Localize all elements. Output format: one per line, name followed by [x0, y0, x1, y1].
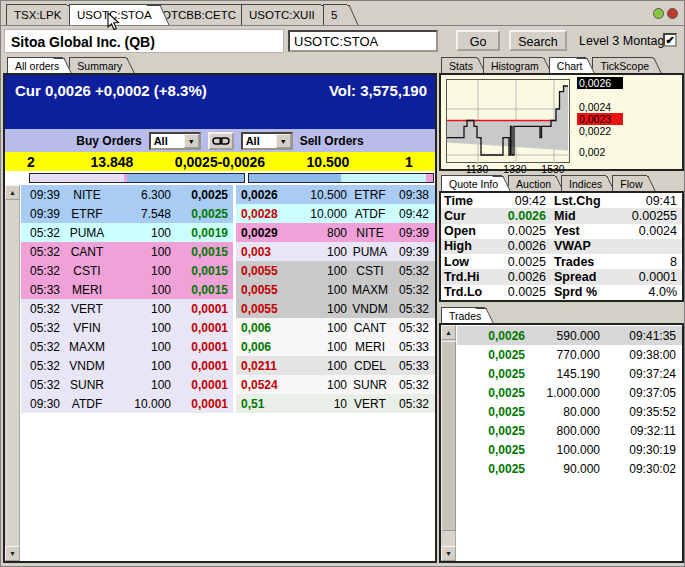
- chart-plot-area: [446, 79, 570, 163]
- ask-size: 10.500: [273, 154, 383, 170]
- order-book: ▲ ▼ 09:39NITE6.3000,0025 0,002610.500ETR…: [5, 185, 435, 561]
- montage-tabs: All orders Summary: [7, 57, 126, 73]
- trades-list: 0,0026590.00009:41:35 0,0025770.00009:38…: [457, 326, 682, 478]
- y-tick: 0,0023: [577, 113, 623, 125]
- trade-row[interactable]: 0,0025100.00009:30:19: [457, 440, 682, 459]
- workspace-tab-tsx-lpk[interactable]: TSX:LPK: [6, 4, 67, 25]
- trades-panel: ▲ ▼ 0,0026590.00009:41:35 0,0025770.0000…: [439, 323, 684, 563]
- tab-histogram[interactable]: Histogram: [483, 57, 543, 73]
- sell-orders-label: Sell Orders: [300, 134, 364, 148]
- ask-count: 1: [383, 154, 435, 170]
- intraday-chart: 0,0026 0,0024 0,0023 0,0022 0,002 1130 1…: [439, 73, 684, 171]
- chart-y-axis: 0,0026 0,0024 0,0023 0,0022 0,002: [574, 75, 626, 173]
- company-name: Sitoa Global Inc. (QB): [4, 29, 284, 53]
- y-tick: 0,002: [577, 146, 608, 158]
- book-row[interactable]: 05:32SUNR1000,0001 0,0524100SUNR05:32: [21, 375, 435, 394]
- tab-all-orders[interactable]: All orders: [7, 57, 63, 73]
- book-row[interactable]: 05:32PUMA1000,0019 0,0029800NITE09:39: [21, 223, 435, 242]
- scroll-up-icon[interactable]: ▲: [441, 325, 456, 340]
- tab-summary[interactable]: Summary: [69, 57, 126, 73]
- bbo-row: 2 13.848 0,0025-0,0026 10.500 1: [5, 152, 435, 171]
- symbol-input[interactable]: USOTC:STOA: [288, 30, 438, 52]
- book-rows: 09:39NITE6.3000,0025 0,002610.500ETRF09:…: [21, 185, 435, 413]
- search-button[interactable]: Search: [509, 30, 567, 51]
- book-row[interactable]: 09:39ETRF7.5480,0025 0,002810.000ATDF09:…: [21, 204, 435, 223]
- tab-stats[interactable]: Stats: [441, 57, 477, 73]
- depth-segment: [249, 174, 341, 182]
- depth-segment: [127, 174, 244, 182]
- quote-row: Low0.0025Trades8: [441, 254, 682, 269]
- quote-row: Trd.Lo0.0025Sprd %4.0%: [441, 285, 682, 300]
- depth-bars-row: [5, 171, 435, 185]
- book-scrollbar[interactable]: ▲ ▼: [5, 185, 20, 561]
- trades-scrollbar[interactable]: ▲ ▼: [441, 325, 456, 561]
- scrollbar-thumb[interactable]: [441, 341, 456, 531]
- montage-panel: Cur 0,0026 +0,0002 (+8.3%) Vol: 3,575,19…: [3, 73, 437, 563]
- tab-tickscope[interactable]: TickScope: [592, 57, 653, 73]
- level2-montage-window: { "window_tabs": [ { "label": "TSX:LPK",…: [0, 0, 685, 567]
- level3-montage-label: Level 3 Montage: [579, 34, 671, 48]
- trade-row[interactable]: 0,0025770.00009:38:00: [457, 345, 682, 364]
- go-button[interactable]: Go: [456, 30, 500, 51]
- mouse-cursor-icon: [107, 12, 120, 31]
- y-tick: 0,0022: [577, 125, 614, 137]
- bid-depth-bar: [29, 173, 245, 183]
- book-row[interactable]: 05:32CSTI1000,0015 0,0055100CSTI05:32: [21, 261, 435, 280]
- bid-ask-spread: 0,0025-0,0026: [167, 154, 273, 170]
- chart-tabs: Stats Histogram Chart TickScope: [441, 57, 653, 73]
- quote-info-panel: Time09:42Lst.Chg09:41 Cur0.0026Mid0.0025…: [439, 191, 684, 302]
- trade-row[interactable]: 0,002580.00009:35:52: [457, 402, 682, 421]
- tab-chart[interactable]: Chart: [549, 57, 587, 73]
- quote-row: Trd.Hi0.0026Spread0.0001: [441, 269, 682, 284]
- status-green-icon: [653, 8, 664, 19]
- link-filters-button[interactable]: [208, 132, 234, 150]
- chevron-down-icon[interactable]: ▼: [184, 134, 199, 148]
- book-row[interactable]: 09:30ATDF10.0000,0001 0,5110VERT05:32: [21, 394, 435, 413]
- titlebar: Sitoa Global Inc. (QB) USOTC:STOA Go Sea…: [1, 27, 685, 56]
- price-chart-svg: [447, 80, 571, 164]
- scroll-up-icon[interactable]: ▲: [5, 185, 20, 200]
- book-row[interactable]: 05:32VNDM1000,0001 0,0211100CDEL05:33: [21, 356, 435, 375]
- connection-status-dots: [653, 8, 678, 19]
- book-row[interactable]: 05:33MERI1000,0015 0,0055100MAXM05:32: [21, 280, 435, 299]
- quote-tabs: Quote Info Auction Indices Flow: [441, 175, 647, 191]
- book-row[interactable]: 05:32VFIN1000,0001 0,006100CANT05:32: [21, 318, 435, 337]
- trade-row[interactable]: 0,00251.000.00009:37:05: [457, 383, 682, 402]
- workspace-tabbar: TSX:LPK USOTC:STOA OTCBB:CETC USOTC:XUII…: [1, 1, 685, 26]
- tab-quote-info[interactable]: Quote Info: [441, 175, 502, 191]
- x-tick: 1330: [503, 163, 526, 175]
- status-red-icon: [667, 8, 678, 19]
- volume-line: Vol: 3,575,190: [329, 82, 427, 129]
- trade-row[interactable]: 0,002590.00009:30:02: [457, 459, 682, 478]
- quote-row: Time09:42Lst.Chg09:41: [441, 193, 682, 208]
- trade-row[interactable]: 0,0025145.19009:37:24: [457, 364, 682, 383]
- current-price-line: Cur 0,0026 +0,0002 (+8.3%): [15, 82, 207, 129]
- tab-auction[interactable]: Auction: [508, 175, 555, 191]
- book-row[interactable]: 05:32MAXM1000,0001 0,006100MERI05:33: [21, 337, 435, 356]
- trade-row[interactable]: 0,0026590.00009:41:35: [457, 326, 682, 345]
- buy-filter-dropdown[interactable]: All ▼: [149, 132, 201, 150]
- quote-row: Open0.0025Yest0.0024: [441, 224, 682, 239]
- level3-montage-checkbox[interactable]: ✔: [663, 33, 677, 47]
- x-tick: 1530: [541, 163, 564, 175]
- scroll-down-icon[interactable]: ▼: [441, 546, 456, 561]
- sell-filter-dropdown[interactable]: All ▼: [241, 132, 293, 150]
- bid-count: 2: [5, 154, 57, 170]
- scroll-down-icon[interactable]: ▼: [5, 546, 20, 561]
- chevron-down-icon[interactable]: ▼: [276, 134, 291, 148]
- workspace-tab-usotc-xuii[interactable]: USOTC:XUII: [241, 4, 321, 25]
- tab-trades[interactable]: Trades: [441, 307, 485, 323]
- book-row[interactable]: 09:39NITE6.3000,0025 0,002610.500ETRF09:…: [21, 185, 435, 204]
- y-tick: 0,0026: [577, 77, 623, 89]
- x-tick: 1130: [466, 163, 489, 175]
- trade-row[interactable]: 0,0025800.00009:32:11: [457, 421, 682, 440]
- tab-indices[interactable]: Indices: [561, 175, 606, 191]
- depth-segment: [341, 174, 426, 182]
- ask-depth-bar: [248, 173, 434, 183]
- book-row[interactable]: 05:32VERT1000,0001 0,0055100VNDM05:32: [21, 299, 435, 318]
- tab-flow[interactable]: Flow: [612, 175, 646, 191]
- montage-header: Cur 0,0026 +0,0002 (+8.3%) Vol: 3,575,19…: [5, 75, 435, 129]
- y-tick: 0,0024: [577, 101, 614, 113]
- book-row[interactable]: 05:32CANT1000,0015 0,003100PUMA09:39: [21, 242, 435, 261]
- workspace-tab-5[interactable]: 5: [323, 4, 347, 25]
